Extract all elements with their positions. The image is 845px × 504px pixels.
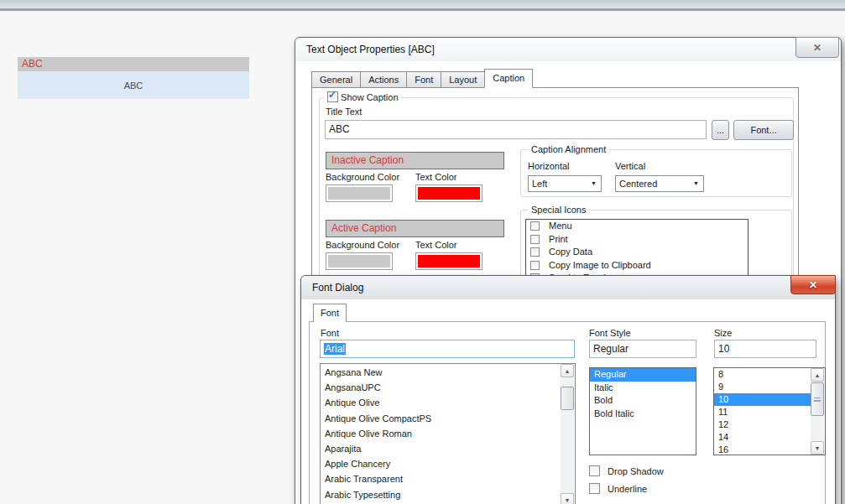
font-dialog: Font Dialog ✕ Font Font Arial Angsana Ne… bbox=[300, 275, 836, 504]
inactive-background-color-swatch[interactable] bbox=[326, 184, 393, 202]
font-label: Font bbox=[321, 328, 339, 338]
font-name-selected-text: Arial bbox=[324, 343, 346, 355]
top-bar bbox=[0, 0, 845, 8]
horizontal-label: Horizontal bbox=[528, 161, 570, 171]
font-scrollbar-thumb[interactable] bbox=[561, 387, 574, 410]
properties-titlebar[interactable]: Text Object Properties [ABC] bbox=[295, 38, 841, 61]
font-list-item[interactable]: Angsana New bbox=[321, 366, 561, 379]
size-list-item[interactable]: 14 bbox=[714, 431, 811, 444]
tab-caption[interactable]: Caption bbox=[484, 69, 533, 88]
size-label: Size bbox=[714, 328, 732, 338]
special-icon-label: Print bbox=[549, 234, 568, 244]
font-style-input[interactable]: Regular bbox=[589, 340, 696, 358]
inactive-background-color-label: Background Color bbox=[326, 172, 399, 182]
font-list[interactable]: Angsana New AngsanaUPC Antique Olive Ant… bbox=[320, 363, 576, 504]
size-list-item[interactable]: 10 bbox=[714, 393, 811, 406]
font-list-item[interactable]: AngsanaUPC bbox=[321, 382, 561, 394]
title-text-input[interactable]: ABC bbox=[325, 120, 707, 139]
font-dialog-titlebar[interactable]: Font Dialog bbox=[301, 276, 835, 299]
font-list-item[interactable]: Antique Olive CompactPS bbox=[321, 413, 561, 425]
special-icon-checkbox[interactable] bbox=[530, 235, 540, 244]
underline-row[interactable]: Underline bbox=[589, 483, 647, 494]
special-icon-checkbox[interactable] bbox=[530, 247, 540, 257]
font-style-item[interactable]: Bold bbox=[590, 394, 696, 408]
size-scrollbar-thumb[interactable] bbox=[811, 382, 824, 416]
preview-body[interactable]: ABC bbox=[18, 71, 249, 99]
underline-label: Underline bbox=[608, 484, 647, 494]
size-list-scrollbar[interactable]: ▲ ▼ bbox=[811, 368, 824, 455]
drop-shadow-checkbox[interactable] bbox=[589, 465, 600, 476]
chevron-down-icon: ▼ bbox=[591, 180, 597, 186]
close-icon: ✕ bbox=[809, 279, 817, 291]
preview-body-text: ABC bbox=[124, 81, 143, 91]
active-background-color-swatch[interactable] bbox=[326, 252, 393, 270]
red-swatch-fill bbox=[418, 255, 480, 268]
scroll-down-button[interactable]: ▼ bbox=[811, 441, 824, 455]
size-list-item[interactable]: 11 bbox=[714, 406, 811, 418]
check-icon: ✓ bbox=[328, 89, 336, 101]
size-list[interactable]: 8 9 10 11 12 14 16 bbox=[713, 367, 826, 455]
font-style-item[interactable]: Italic bbox=[590, 382, 696, 395]
title-text-label: Title Text bbox=[326, 107, 362, 117]
active-caption-preview: Active Caption bbox=[326, 220, 504, 237]
properties-tab-strip: General Actions Font Layout Caption bbox=[311, 70, 532, 88]
tab-general[interactable]: General bbox=[311, 71, 361, 88]
text-object-preview[interactable]: ABC ABC bbox=[18, 57, 249, 99]
font-dialog-close-button[interactable]: ✕ bbox=[790, 275, 836, 294]
special-icon-label: Copy Image to Clipboard bbox=[549, 260, 651, 270]
size-list-item[interactable]: 8 bbox=[714, 368, 811, 381]
special-icon-checkbox[interactable] bbox=[530, 221, 540, 231]
preview-caption-text: ABC bbox=[22, 58, 43, 70]
special-icon-row[interactable]: Print bbox=[526, 233, 748, 247]
font-style-label: Font Style bbox=[589, 328, 631, 338]
active-background-color-label: Background Color bbox=[326, 240, 399, 250]
font-list-item[interactable]: Arabic Transparent bbox=[321, 473, 561, 486]
chevron-down-icon: ▼ bbox=[693, 180, 699, 186]
font-list-item[interactable]: Apple Chancery bbox=[321, 458, 561, 470]
font-list-item[interactable]: Antique Olive Roman bbox=[321, 428, 561, 440]
underline-checkbox[interactable] bbox=[589, 483, 600, 494]
screen: ABC ABC Text Object Properties [ABC] ✕ G… bbox=[0, 0, 845, 504]
tab-actions[interactable]: Actions bbox=[360, 71, 407, 88]
font-list-item[interactable]: Arabic Typesetting bbox=[321, 489, 561, 501]
top-bar-edge bbox=[0, 8, 845, 11]
size-list-item[interactable]: 9 bbox=[714, 381, 811, 393]
inactive-text-color-swatch[interactable] bbox=[415, 184, 482, 202]
browse-button[interactable]: ... bbox=[712, 120, 729, 140]
font-list-scrollbar[interactable]: ▲ ▼ bbox=[561, 364, 574, 504]
drop-shadow-row[interactable]: Drop Shadow bbox=[589, 465, 664, 476]
font-list-item[interactable]: Antique Olive bbox=[321, 397, 561, 409]
font-name-input[interactable]: Arial bbox=[320, 340, 575, 358]
scroll-down-icon: ▼ bbox=[565, 497, 571, 503]
show-caption-checkbox[interactable]: ✓ bbox=[327, 91, 338, 102]
scroll-down-button[interactable]: ▼ bbox=[561, 493, 574, 504]
scroll-up-button[interactable]: ▲ bbox=[811, 368, 824, 382]
tab-font[interactable]: Font bbox=[406, 71, 441, 88]
preview-caption-bar[interactable]: ABC bbox=[18, 57, 249, 71]
special-icon-row[interactable]: Menu bbox=[526, 220, 748, 233]
size-list-item[interactable]: 16 bbox=[714, 444, 811, 455]
font-style-item[interactable]: Bold Italic bbox=[590, 408, 696, 421]
horizontal-alignment-select[interactable]: Left ▼ bbox=[528, 175, 602, 192]
active-text-color-swatch[interactable] bbox=[415, 252, 482, 270]
properties-close-button[interactable]: ✕ bbox=[795, 37, 839, 58]
special-icon-row[interactable]: Copy Data bbox=[526, 246, 748, 259]
vertical-alignment-select[interactable]: Centered ▼ bbox=[615, 175, 704, 192]
font-list-item[interactable]: Aparajita bbox=[321, 443, 561, 455]
show-caption-legend: ✓ Show Caption bbox=[324, 91, 402, 102]
tab-layout[interactable]: Layout bbox=[441, 71, 485, 88]
size-input[interactable]: 10 bbox=[714, 340, 816, 358]
font-dialog-title: Font Dialog bbox=[312, 282, 363, 294]
special-icon-row[interactable]: Copy Image to Clipboard bbox=[526, 259, 748, 273]
scroll-up-button[interactable]: ▲ bbox=[561, 364, 574, 377]
font-button[interactable]: Font... bbox=[733, 120, 794, 140]
inactive-caption-preview: Inactive Caption bbox=[326, 152, 504, 169]
scroll-up-icon: ▲ bbox=[815, 372, 821, 378]
special-icons-legend: Special Icons bbox=[528, 205, 589, 215]
vertical-label: Vertical bbox=[615, 161, 645, 171]
font-style-list[interactable]: Regular Italic Bold Bold Italic bbox=[589, 367, 696, 455]
font-style-item[interactable]: Regular bbox=[590, 368, 696, 382]
size-list-item[interactable]: 12 bbox=[714, 418, 811, 431]
font-dialog-tab-font[interactable]: Font bbox=[313, 304, 347, 322]
special-icon-checkbox[interactable] bbox=[530, 261, 540, 270]
